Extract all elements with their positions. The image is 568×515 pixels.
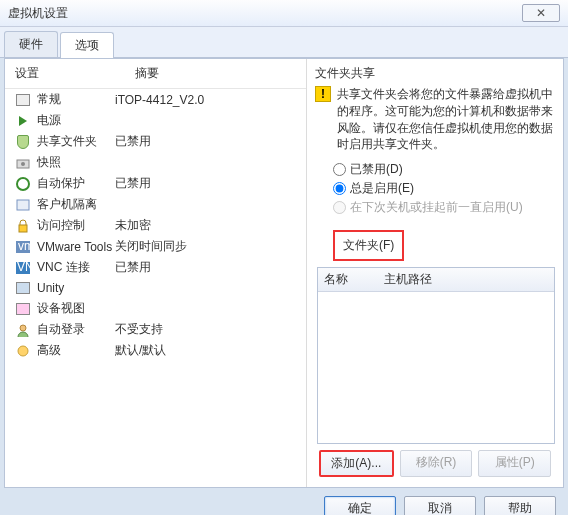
folders-listbox[interactable]: 名称 主机路径 <box>317 267 555 444</box>
unity-icon <box>15 280 31 296</box>
label: 自动保护 <box>37 175 85 192</box>
svg-point-10 <box>18 346 28 356</box>
folders-label: 文件夹(F) <box>333 230 404 261</box>
label: Unity <box>37 281 64 295</box>
radio-group: 已禁用(D) 总是启用(E) 在下次关机或挂起前一直启用(U) <box>333 159 555 218</box>
label: 客户机隔离 <box>37 196 97 213</box>
label: 电源 <box>37 112 61 129</box>
window-title: 虚拟机设置 <box>8 5 522 22</box>
label: 快照 <box>37 154 61 171</box>
row-access[interactable]: 访问控制未加密 <box>5 215 306 236</box>
tabs: 硬件 选项 <box>0 27 568 58</box>
props-button: 属性(P) <box>478 450 551 477</box>
col-setting: 设置 <box>15 65 135 82</box>
autoprotect-icon <box>15 176 31 192</box>
svg-point-2 <box>17 178 29 190</box>
svg-text:VNC: VNC <box>17 262 30 274</box>
radio-label: 已禁用(D) <box>350 161 403 178</box>
list-body: 常规iTOP-4412_V2.0 电源 共享文件夹已禁用 快照 自动保护已禁用 … <box>5 89 306 487</box>
summary: 已禁用 <box>115 259 296 276</box>
radio-always-input[interactable] <box>333 182 346 195</box>
row-unity[interactable]: Unity <box>5 278 306 298</box>
row-autologin[interactable]: 自动登录不受支持 <box>5 319 306 340</box>
settings-list: 设置 摘要 常规iTOP-4412_V2.0 电源 共享文件夹已禁用 快照 自动… <box>5 59 307 487</box>
svg-rect-4 <box>19 225 27 232</box>
summary: 不受支持 <box>115 321 296 338</box>
radio-label: 总是启用(E) <box>350 180 414 197</box>
power-icon <box>15 113 31 129</box>
svg-text:vm: vm <box>18 241 30 253</box>
help-button[interactable]: 帮助 <box>484 496 556 515</box>
summary: 已禁用 <box>115 175 296 192</box>
row-advanced[interactable]: 高级默认/默认 <box>5 340 306 361</box>
tab-hardware[interactable]: 硬件 <box>4 31 58 57</box>
radio-always[interactable]: 总是启用(E) <box>333 180 555 197</box>
label: VMware Tools <box>37 240 112 254</box>
row-general[interactable]: 常规iTOP-4412_V2.0 <box>5 89 306 110</box>
svg-rect-3 <box>17 200 29 210</box>
radio-disabled[interactable]: 已禁用(D) <box>333 161 555 178</box>
row-appliance[interactable]: 设备视图 <box>5 298 306 319</box>
lock-icon <box>15 218 31 234</box>
ok-button[interactable]: 确定 <box>324 496 396 515</box>
dialog-buttons: 确定 取消 帮助 <box>0 488 568 515</box>
folders-body <box>318 292 554 443</box>
label: 共享文件夹 <box>37 133 97 150</box>
radio-until: 在下次关机或挂起前一直启用(U) <box>333 199 555 216</box>
label: VNC 连接 <box>37 259 90 276</box>
cancel-button[interactable]: 取消 <box>404 496 476 515</box>
tab-options[interactable]: 选项 <box>60 32 114 58</box>
summary: 关闭时间同步 <box>115 238 296 255</box>
col-path: 主机路径 <box>384 271 432 288</box>
row-vnc[interactable]: VNCVNC 连接已禁用 <box>5 257 306 278</box>
title-bar: 虚拟机设置 ✕ <box>0 0 568 27</box>
row-guestisolation[interactable]: 客户机隔离 <box>5 194 306 215</box>
col-summary: 摘要 <box>135 65 296 82</box>
summary: iTOP-4412_V2.0 <box>115 93 296 107</box>
appliance-icon <box>15 301 31 317</box>
shield-icon <box>15 134 31 150</box>
close-icon: ✕ <box>536 6 546 20</box>
folders-label-wrap: 文件夹(F) <box>315 224 555 267</box>
summary: 默认/默认 <box>115 342 296 359</box>
summary: 已禁用 <box>115 133 296 150</box>
vmwaretools-icon: vm <box>15 239 31 255</box>
warning-text: 共享文件夹会将您的文件暴露给虚拟机中的程序。这可能为您的计算机和数据带来风险。请… <box>337 86 555 153</box>
user-icon <box>15 322 31 338</box>
content: 设置 摘要 常规iTOP-4412_V2.0 电源 共享文件夹已禁用 快照 自动… <box>4 58 564 488</box>
warning-row: ! 共享文件夹会将您的文件暴露给虚拟机中的程序。这可能为您的计算机和数据带来风险… <box>315 86 555 153</box>
add-button[interactable]: 添加(A)... <box>319 450 394 477</box>
radio-until-input <box>333 201 346 214</box>
svg-point-1 <box>21 162 25 166</box>
radio-label: 在下次关机或挂起前一直启用(U) <box>350 199 523 216</box>
label: 常规 <box>37 91 61 108</box>
summary: 未加密 <box>115 217 296 234</box>
detail-panel: 文件夹共享 ! 共享文件夹会将您的文件暴露给虚拟机中的程序。这可能为您的计算机和… <box>307 59 563 487</box>
row-vmwaretools[interactable]: vmVMware Tools关闭时间同步 <box>5 236 306 257</box>
label: 访问控制 <box>37 217 85 234</box>
computer-icon <box>15 92 31 108</box>
folder-buttons: 添加(A)... 移除(R) 属性(P) <box>315 444 555 481</box>
row-snapshots[interactable]: 快照 <box>5 152 306 173</box>
snapshot-icon <box>15 155 31 171</box>
remove-button: 移除(R) <box>400 450 473 477</box>
label: 高级 <box>37 342 61 359</box>
advanced-icon <box>15 343 31 359</box>
row-shared-folders[interactable]: 共享文件夹已禁用 <box>5 131 306 152</box>
label: 自动登录 <box>37 321 85 338</box>
svg-point-9 <box>20 325 26 331</box>
warning-icon: ! <box>315 86 331 102</box>
vnc-icon: VNC <box>15 260 31 276</box>
radio-disabled-input[interactable] <box>333 163 346 176</box>
section-title: 文件夹共享 <box>315 65 555 82</box>
row-autoprotect[interactable]: 自动保护已禁用 <box>5 173 306 194</box>
label: 设备视图 <box>37 300 85 317</box>
col-name: 名称 <box>324 271 384 288</box>
list-header: 设置 摘要 <box>5 59 306 89</box>
folders-header: 名称 主机路径 <box>318 268 554 292</box>
isolation-icon <box>15 197 31 213</box>
close-button[interactable]: ✕ <box>522 4 560 22</box>
row-power[interactable]: 电源 <box>5 110 306 131</box>
